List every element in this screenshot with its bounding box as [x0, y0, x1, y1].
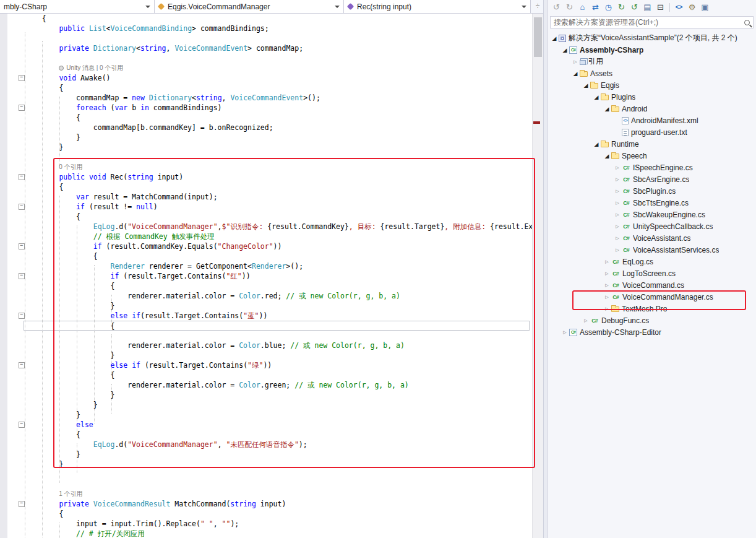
code-line[interactable]: public void Rec(string input)	[0, 172, 532, 182]
code-line[interactable]	[0, 33, 532, 43]
tree-item[interactable]: <>AndroidManifest.xml	[548, 115, 756, 126]
code-line[interactable]: public List<VoiceCommandBinding> command…	[0, 24, 532, 33]
code-line[interactable]: var result = MatchCommand(input);	[0, 192, 532, 202]
code-line[interactable]: else if(result.Target.Contains("蓝"))	[0, 311, 532, 321]
tree-item[interactable]: ▷引用	[548, 56, 756, 67]
code-line[interactable]	[0, 152, 532, 162]
fold-collapse-marker[interactable]	[19, 422, 25, 428]
tree-item[interactable]: ▷C#SbcPlugin.cs	[548, 185, 756, 197]
tree-expand-arrow[interactable]: ▷	[561, 330, 569, 335]
tree-expand-arrow[interactable]: ▷	[603, 295, 611, 300]
navigate-back-icon[interactable]: ↺	[550, 2, 563, 13]
refresh-icon[interactable]: ↺	[628, 2, 641, 13]
code-line[interactable]	[0, 479, 532, 489]
fold-collapse-marker[interactable]	[19, 174, 25, 180]
fold-collapse-marker[interactable]	[19, 75, 25, 81]
code-line[interactable]: {	[0, 370, 532, 380]
code-area[interactable]: { public List<VoiceCommandBinding> comma…	[0, 14, 532, 538]
tree-expand-arrow[interactable]: ▷	[613, 201, 622, 206]
tree-expand-arrow[interactable]: ▷	[582, 318, 590, 323]
fold-collapse-marker[interactable]	[19, 105, 25, 111]
tree-item[interactable]: ▷C#SbcAsrEngine.cs	[548, 173, 756, 185]
code-line[interactable]: foreach (var b in commandBindings)	[0, 103, 532, 113]
codelens-line[interactable]: 0 个引用	[0, 162, 532, 172]
tree-item[interactable]: ▷C#UnitySpeechCallback.cs	[548, 220, 756, 232]
tree-item[interactable]: ◢Assets	[548, 67, 756, 79]
tree-collapse-arrow[interactable]: ◢	[582, 82, 590, 89]
code-line[interactable]: else if (result.Target.Contains("绿"))	[0, 360, 532, 370]
code-line[interactable]: }	[0, 350, 532, 360]
tree-item[interactable]: ▷C#EqLog.cs	[548, 256, 756, 267]
code-line[interactable]: // # 打开/关闭应用	[0, 529, 532, 538]
tree-item[interactable]: ◢Android	[548, 103, 756, 115]
code-line[interactable]: {	[0, 212, 532, 222]
tree-collapse-arrow[interactable]: ◢	[561, 47, 569, 53]
fold-collapse-marker[interactable]	[19, 273, 25, 279]
tree-item[interactable]: ▷C#VoiceAssistantServices.cs	[548, 244, 756, 256]
code-line[interactable]: {	[0, 281, 532, 291]
pending-changes-filter-icon[interactable]: ◷	[602, 2, 615, 13]
code-line[interactable]: {	[0, 182, 532, 192]
type-dropdown[interactable]: Eqgis.VoiceCommandManager	[155, 0, 344, 13]
code-line[interactable]	[0, 53, 532, 63]
tree-expand-arrow[interactable]: ▷	[613, 236, 622, 241]
tree-expand-arrow[interactable]: ▷	[603, 271, 611, 276]
tree-item[interactable]: ▷C#LogToScreen.cs	[548, 267, 756, 279]
tree-expand-arrow[interactable]: ▷	[613, 165, 622, 170]
tree-collapse-arrow[interactable]: ◢	[592, 141, 601, 147]
tree-expand-arrow[interactable]: ▷	[613, 212, 622, 217]
code-editor[interactable]: { public List<VoiceCommandBinding> comma…	[0, 14, 532, 538]
tree-expand-arrow[interactable]: ▷	[613, 224, 622, 229]
code-line[interactable]: }	[0, 410, 532, 420]
tree-collapse-arrow[interactable]: ◢	[603, 153, 611, 159]
code-line[interactable]: }	[0, 132, 532, 142]
code-line[interactable]: EqLog.d("VoiceCommandManager", "未匹配任何语音指…	[0, 440, 532, 449]
codelens-line[interactable]: 1 个引用	[0, 489, 532, 499]
tree-expand-arrow[interactable]: ▷	[613, 248, 622, 253]
code-line[interactable]: if (result.CommandKey.Equals("ChangeColo…	[0, 241, 532, 251]
code-line[interactable]: }	[0, 449, 532, 459]
navigate-forward-icon[interactable]: ↻	[563, 2, 576, 13]
code-line[interactable]: {	[0, 113, 532, 123]
code-line[interactable]: {	[0, 14, 532, 24]
tree-item[interactable]: ◢解决方案“VoiceAssistantSample”(2 个项目, 共 2 个…	[548, 32, 756, 44]
tree-item[interactable]: ◢Eqgis	[548, 79, 756, 91]
properties-icon[interactable]: ⚙	[685, 2, 698, 13]
code-line[interactable]: void Awake()	[0, 73, 532, 83]
tree-expand-arrow[interactable]: ▷	[613, 177, 622, 182]
fold-collapse-marker[interactable]	[19, 313, 25, 319]
code-line[interactable]	[0, 469, 532, 479]
home-icon[interactable]: ⌂	[576, 2, 589, 13]
code-line[interactable]: renderer.material.color = Color.green; /…	[0, 380, 532, 390]
tree-item[interactable]: ▷C#VoiceCommand.cs	[548, 279, 756, 291]
code-line[interactable]: renderer.material.color = Color.blue; //…	[0, 341, 532, 350]
tree-item[interactable]: ▷TextMesh Pro	[548, 303, 756, 315]
code-line[interactable]: renderer.material.color = Color.red; // …	[0, 291, 532, 301]
tree-item[interactable]: ▷C#SbcTtsEngine.cs	[548, 197, 756, 209]
tree-item[interactable]: ◢Speech	[548, 150, 756, 162]
code-line[interactable]: Renderer renderer = GetComponent<Rendere…	[0, 261, 532, 271]
code-line[interactable]: input = input.Trim().Replace(" ", "");	[0, 519, 532, 529]
code-line[interactable]: commandMap = new Dictionary<string, Voic…	[0, 93, 532, 103]
tree-item[interactable]: ◢Runtime	[548, 138, 756, 150]
collapse-all-icon[interactable]: ⊟	[654, 2, 667, 13]
current-line[interactable]: {	[24, 321, 530, 331]
code-line[interactable]: // 根据 CommandKey 触发事件处理	[0, 232, 532, 241]
code-line[interactable]: }	[0, 142, 532, 152]
scrollbar-thumb[interactable]	[534, 17, 542, 57]
member-dropdown[interactable]: Rec(string input)	[344, 0, 531, 13]
tree-item[interactable]: ▷C#VoiceCommandManager.cs	[548, 291, 756, 303]
fold-collapse-marker[interactable]	[19, 204, 25, 210]
split-editor-button[interactable]: ÷	[532, 0, 543, 14]
sync-with-active-document-icon[interactable]: ↻	[615, 2, 628, 13]
code-line[interactable]: private Dictionary<string, VoiceCommandE…	[0, 43, 532, 53]
tree-expand-arrow[interactable]: ▷	[603, 283, 611, 288]
code-line[interactable]	[0, 331, 532, 341]
tree-expand-arrow[interactable]: ▷	[613, 189, 622, 194]
fold-collapse-marker[interactable]	[19, 243, 25, 249]
tree-expand-arrow[interactable]: ▷	[603, 259, 611, 264]
code-line[interactable]: }	[0, 301, 532, 311]
fold-collapse-marker[interactable]	[19, 501, 25, 507]
code-line[interactable]: {	[0, 83, 532, 93]
code-line[interactable]: commandMap[b.commandKey] = b.onRecognize…	[0, 123, 532, 132]
